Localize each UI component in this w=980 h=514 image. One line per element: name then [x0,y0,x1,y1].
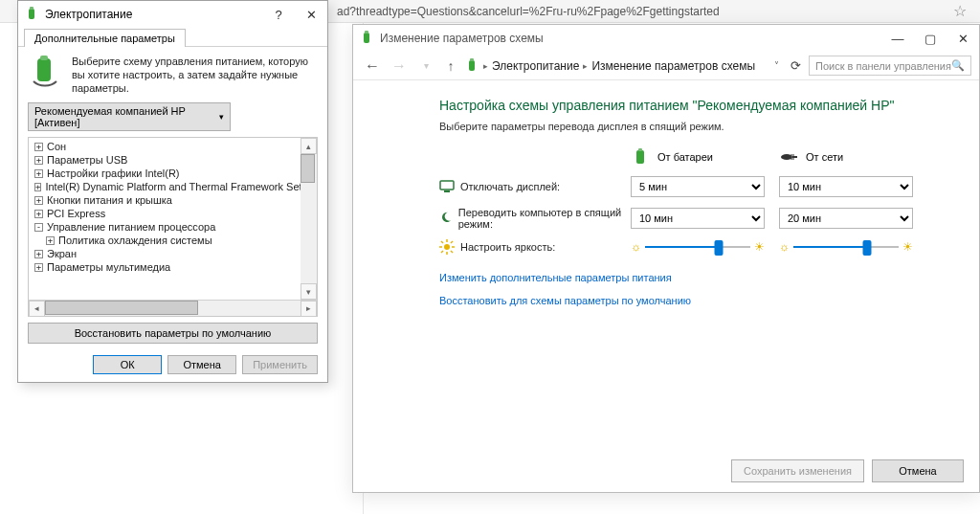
sun-bright-icon: ☀ [754,240,765,254]
refresh-icon[interactable]: ⟳ [787,58,805,73]
collapse-icon[interactable]: - [34,223,43,232]
page-subtext: Выберите параметры перевода дисплея в сп… [439,121,952,132]
row-display-label: Отключать дисплей: [460,181,560,192]
minimize-button[interactable]: — [881,27,914,50]
svg-line-23 [451,241,453,243]
sleep-ac-select[interactable]: 20 мин [779,208,913,229]
cancel-button[interactable]: Отмена [167,355,236,374]
display-icon [439,179,455,194]
svg-rect-0 [29,9,34,19]
power-plan-dropdown[interactable]: Рекомендуемая компанией HP [Активен] ▾ [28,102,231,131]
nav-recent-chevron-icon[interactable]: ▾ [414,60,437,71]
power-icon [359,31,374,46]
row-brightness-label: Настроить яркость: [460,241,555,253]
close-button[interactable]: ✕ [295,3,327,26]
display-battery-select[interactable]: 5 мин [631,176,765,197]
save-button[interactable]: Сохранить изменения [731,459,864,482]
ok-button[interactable]: ОК [93,355,162,374]
expand-icon[interactable]: + [34,263,43,272]
tree-hscrollbar[interactable]: ◂ ▸ [29,300,317,316]
tree-item[interactable]: +Сон [29,140,301,153]
tree-item-label: Настройки графики Intel(R) [47,168,180,179]
expand-icon[interactable]: + [34,183,41,191]
search-icon: 🔍 [951,59,965,72]
tree-item-label: Параметры USB [47,154,127,166]
tree-item[interactable]: +Политика охлаждения системы [29,234,301,247]
plan-selected-label: Рекомендуемая компанией HP [Активен] [34,105,219,128]
link-restore-defaults[interactable]: Восстановить для схемы параметры по умол… [439,295,952,306]
tree-item-label: Управление питанием процессора [47,221,215,233]
power-icon [24,7,39,22]
plug-icon [779,147,798,167]
chevron-right-icon: ▸ [583,61,588,71]
dialog-intro-text: Выберите схему управления питанием, кото… [72,55,318,95]
scroll-thumb[interactable] [45,301,198,315]
tab-strip: Дополнительные параметры [18,28,327,47]
window-titlebar[interactable]: Изменение параметров схемы — ▢ ✕ [353,25,979,52]
breadcrumb-history-chevron-icon[interactable]: ˅ [770,60,783,71]
search-placeholder: Поиск в панели управления [815,60,951,72]
cancel-button[interactable]: Отмена [872,459,964,482]
tree-vscrollbar[interactable]: ▴ ▾ [301,138,317,300]
sleep-battery-select[interactable]: 10 мин [631,208,765,229]
breadcrumb[interactable]: ▸ Электропитание ▸ Изменение параметров … [464,58,767,74]
svg-point-16 [444,244,450,250]
dialog-titlebar[interactable]: Электропитание ? ✕ [18,1,327,28]
column-battery-label: От батареи [657,151,713,163]
help-button[interactable]: ? [262,3,295,26]
svg-rect-13 [791,159,794,160]
scroll-thumb[interactable] [301,154,315,183]
power-icon [464,58,479,74]
breadcrumb-item[interactable]: Изменение параметров схемы [591,59,755,73]
svg-rect-3 [40,56,48,60]
tree-item[interactable]: +Параметры мультимедиа [29,260,301,274]
scroll-up-arrow[interactable]: ▴ [301,138,317,154]
nav-back-icon[interactable]: ← [361,57,384,75]
tree-item[interactable]: +PCI Express [29,207,301,220]
expand-icon[interactable]: + [34,196,43,205]
scroll-down-arrow[interactable]: ▾ [301,283,317,300]
nav-forward-icon[interactable]: → [388,57,411,75]
restore-defaults-button[interactable]: Восстановить параметры по умолчанию [28,323,318,344]
row-sleep-label: Переводить компьютер в спящий режим: [458,207,631,230]
breadcrumb-item[interactable]: Электропитание [492,59,579,73]
sun-dim-icon: ☼ [631,240,641,254]
tree-item-label: Политика охлаждения системы [58,235,212,246]
expand-icon[interactable]: + [34,250,43,258]
expand-icon[interactable]: + [46,236,55,245]
expand-icon[interactable]: + [34,169,43,178]
scroll-right-arrow[interactable]: ▸ [301,301,317,317]
tree-item[interactable]: +Экран [29,247,301,260]
brightness-icon [439,239,455,255]
tree-item[interactable]: +Intel(R) Dynamic Platform and Thermal F… [29,180,301,193]
sun-bright-icon: ☀ [902,240,913,254]
brightness-ac-slider[interactable] [793,239,899,255]
search-input[interactable]: Поиск в панели управления 🔍 [809,56,971,76]
tree-item[interactable]: +Настройки графики Intel(R) [29,167,301,180]
svg-line-21 [441,241,443,243]
svg-rect-6 [469,60,475,71]
link-advanced-settings[interactable]: Изменить дополнительные параметры питани… [439,272,952,283]
expand-icon[interactable]: + [34,210,43,218]
apply-button[interactable]: Применить [242,355,318,374]
tree-item[interactable]: +Кнопки питания и крышка [29,193,301,207]
nav-up-icon[interactable]: ↑ [441,58,460,74]
window-title: Изменение параметров схемы [380,32,881,45]
display-ac-select[interactable]: 10 мин [779,176,913,197]
tree-item[interactable]: -Управление питанием процессора [29,220,301,234]
tab-advanced[interactable]: Дополнительные параметры [24,29,186,47]
svg-rect-8 [636,150,644,164]
expand-icon[interactable]: + [34,143,43,151]
close-button[interactable]: ✕ [947,27,979,50]
expand-icon[interactable]: + [34,156,43,165]
maximize-button[interactable]: ▢ [914,27,947,50]
svg-line-24 [441,251,443,253]
tree-item[interactable]: +Параметры USB [29,153,301,167]
tree-item-label: Экран [47,248,77,259]
scroll-left-arrow[interactable]: ◂ [29,301,45,317]
brightness-battery-slider[interactable] [645,239,750,255]
settings-tree[interactable]: +Сон+Параметры USB+Настройки графики Int… [29,138,317,300]
dialog-title: Электропитание [45,8,262,21]
svg-rect-11 [792,156,797,158]
bookmark-star-icon[interactable]: ☆ [947,2,972,20]
